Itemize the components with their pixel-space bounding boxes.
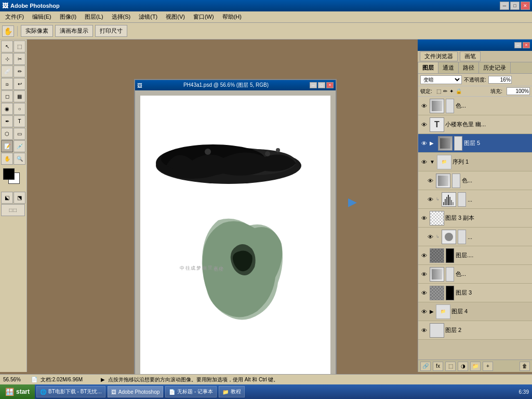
blend-mode-select[interactable]: 变暗 xyxy=(420,75,462,84)
standard-mode[interactable]: ⬔ xyxy=(14,192,25,204)
new-group-btn[interactable]: 📁 xyxy=(470,362,481,371)
opacity-input[interactable] xyxy=(488,76,512,84)
brush-tool[interactable]: ✏ xyxy=(14,65,25,77)
quick-mask-tool[interactable]: ⬕ xyxy=(1,192,13,204)
fit-canvas-button[interactable]: 满画布显示 xyxy=(55,25,93,37)
tab-channels[interactable]: 通道 xyxy=(438,62,459,73)
move-tool[interactable]: ↖ xyxy=(1,41,13,52)
layer-vis-btn-4[interactable]: 👁 xyxy=(419,307,429,316)
menu-edit[interactable]: 编辑(E) xyxy=(29,12,55,22)
menu-select[interactable]: 选择(S) xyxy=(109,12,134,22)
minimize-button[interactable]: ─ xyxy=(500,2,509,10)
taskbar-item-tutorial[interactable]: 📁 教程 xyxy=(219,386,245,397)
foreground-color[interactable] xyxy=(3,168,15,180)
fill-input[interactable] xyxy=(507,87,530,95)
new-layer-btn[interactable]: + xyxy=(483,362,493,371)
tab-paths[interactable]: 路径 xyxy=(459,62,479,73)
layer-vis-btn-black[interactable]: 👁 xyxy=(419,251,429,260)
lasso-tool[interactable]: ⬚ xyxy=(14,41,25,52)
lock-transparent-icon[interactable]: ⬚ xyxy=(436,88,441,94)
layer-item-group1[interactable]: 👁 ▼ 📁 序列 1 xyxy=(418,153,532,171)
menu-view[interactable]: 视图(V) xyxy=(163,12,188,22)
lock-image-icon[interactable]: ✏ xyxy=(443,88,447,94)
panel-minimize-btn[interactable]: ─ xyxy=(514,42,522,48)
layer-vis-btn-1[interactable]: 👁 xyxy=(419,101,429,111)
eraser-tool[interactable]: ◻ xyxy=(1,90,13,102)
lock-position-icon[interactable]: ✦ xyxy=(449,88,454,94)
clone-tool[interactable]: ⎄ xyxy=(1,78,13,90)
blur-tool[interactable]: ◉ xyxy=(1,103,13,115)
menu-file[interactable]: 文件(F) xyxy=(2,12,27,22)
taskbar-item-bt[interactable]: 🌐 BT电影下载 - BT无忧... xyxy=(36,386,105,397)
layer-item-color1[interactable]: 👁 色... xyxy=(418,97,532,115)
layer-vis-btn-5[interactable]: 👁 xyxy=(419,139,429,148)
brush-btn[interactable]: 画笔 xyxy=(460,51,481,61)
layer-item-black[interactable]: 👁 图层.... xyxy=(418,246,532,265)
layer-vis-btn-group1[interactable]: 👁 xyxy=(419,157,429,167)
layer-vis-btn-color3[interactable]: 👁 xyxy=(419,270,429,279)
canvas-minimize-btn[interactable]: ─ xyxy=(310,82,317,88)
close-button[interactable]: ✕ xyxy=(521,2,530,10)
actual-pixels-button[interactable]: 实际像素 xyxy=(21,25,53,37)
title-bar-controls[interactable]: ─ □ ✕ xyxy=(500,2,530,10)
tab-layers[interactable]: 图层 xyxy=(418,62,438,73)
menu-layer[interactable]: 图层(L) xyxy=(82,12,106,22)
hand-tool-box[interactable]: ✋ xyxy=(1,153,13,165)
text-tool[interactable]: T xyxy=(14,115,25,127)
dodge-tool[interactable]: ○ xyxy=(14,103,25,115)
zoom-tool[interactable]: 🔍 xyxy=(14,153,25,165)
panel-close-btn[interactable]: ✕ xyxy=(523,42,530,48)
layer-vis-btn-text[interactable]: 👁 xyxy=(419,120,429,129)
gradient-tool[interactable]: ▦ xyxy=(14,90,25,102)
layer-vis-btn-hist[interactable]: 👁 xyxy=(425,195,435,204)
taskbar-item-photoshop[interactable]: 🖼 Adobe Photoshop xyxy=(108,386,164,397)
history-brush[interactable]: ↩ xyxy=(14,78,25,90)
canvas-maximize-btn[interactable]: □ xyxy=(318,82,325,88)
link-layers-btn[interactable]: 🔗 xyxy=(420,362,431,371)
menu-window[interactable]: 窗口(W) xyxy=(190,12,217,22)
layer-item-color3[interactable]: 👁 色... xyxy=(418,265,532,284)
layer-vis-btn-3copy[interactable]: 👁 xyxy=(419,214,429,223)
canvas-close-btn[interactable]: ✕ xyxy=(326,82,334,88)
crop-tool[interactable]: ⊹ xyxy=(1,53,13,65)
canvas-window-controls[interactable]: ─ □ ✕ xyxy=(310,82,334,88)
layer-vis-btn-color2[interactable]: 👁 xyxy=(425,176,435,185)
right-panel-win-controls[interactable]: ─ ✕ xyxy=(514,42,530,48)
menu-image[interactable]: 图像(I) xyxy=(57,12,79,22)
layer-item-4[interactable]: 👁 ▶ 📁 图层 4 xyxy=(418,302,532,321)
adjustment-layer-btn[interactable]: ◑ xyxy=(458,362,468,371)
layer-item-text[interactable]: 👁 T 小楼寒色里 幽... xyxy=(418,115,532,134)
layer-vis-btn-mask[interactable]: 👁 xyxy=(425,232,435,242)
menu-help[interactable]: 帮助(H) xyxy=(219,12,245,22)
taskbar-item-notepad[interactable]: 📄 无标题 - 记事本 xyxy=(165,386,217,397)
layer-item-histogram[interactable]: 👁 ↳ ... xyxy=(418,190,532,209)
layer-item-mask[interactable]: 👁 ↳ ... xyxy=(418,228,532,246)
layer-style-btn[interactable]: fx xyxy=(433,362,443,371)
layer-item-color2[interactable]: 👁 色... xyxy=(418,171,532,190)
start-button[interactable]: 🪟 start xyxy=(0,384,35,399)
path-tool[interactable]: ⬡ xyxy=(1,128,13,140)
screen-mode[interactable]: ⬚⬚ xyxy=(1,204,25,216)
maximize-button[interactable]: □ xyxy=(510,2,520,10)
tab-history[interactable]: 历史记录 xyxy=(479,62,511,73)
lock-all-icon[interactable]: 🔒 xyxy=(456,88,462,94)
layer-vis-btn-3[interactable]: 👁 xyxy=(419,288,429,298)
menu-filter[interactable]: 滤镜(T) xyxy=(136,12,161,22)
hand-tool[interactable]: ✋ xyxy=(2,25,14,37)
canvas-content[interactable]: 小楼寒色里幽梦成往中 xyxy=(135,90,336,390)
layer-item-5[interactable]: 👁 ▶ 图层 5 xyxy=(418,134,532,153)
shape-tool[interactable]: ▭ xyxy=(14,128,25,140)
layer-item-3[interactable]: 👁 图层 3 xyxy=(418,284,532,302)
file-browser-btn[interactable]: 文件浏览器 xyxy=(420,51,458,61)
layer-vis-btn-2[interactable]: 👁 xyxy=(419,326,429,335)
slice-tool[interactable]: ✂ xyxy=(14,53,25,65)
layer-item-2[interactable]: 👁 图层 2 xyxy=(418,321,532,340)
print-size-button[interactable]: 打印尺寸 xyxy=(95,25,127,37)
layer-mask-btn[interactable]: ⬚ xyxy=(445,362,456,371)
eyedropper-tool[interactable]: 💉 xyxy=(14,140,25,152)
delete-layer-btn[interactable]: 🗑 xyxy=(520,362,530,371)
healing-tool[interactable]: 🩹 xyxy=(1,65,13,77)
pen-tool[interactable]: ✒ xyxy=(1,115,13,127)
notes-tool[interactable]: 📝 xyxy=(1,140,13,152)
layer-item-3-copy[interactable]: 👁 图层 3 副本 xyxy=(418,209,532,228)
